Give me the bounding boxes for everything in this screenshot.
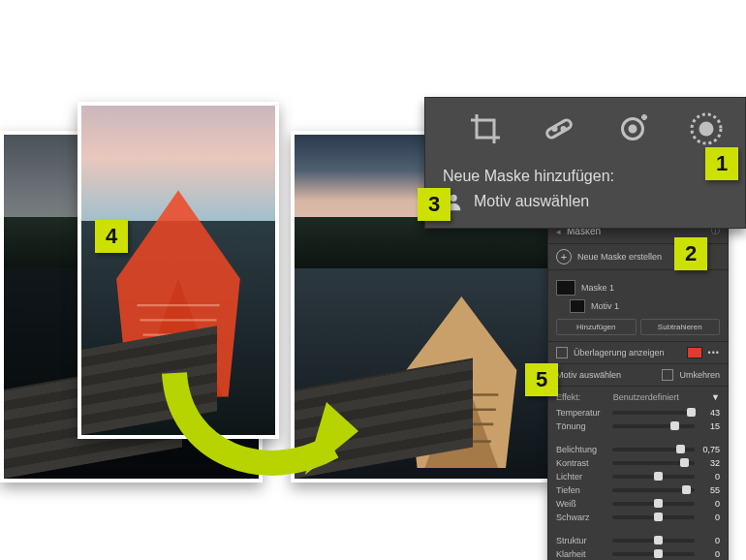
add-button[interactable]: Hinzufügen — [556, 319, 637, 335]
slider-weiß[interactable]: Weiß0 — [556, 499, 720, 509]
preset-dropdown[interactable]: ▼ — [711, 392, 720, 402]
slider-temperatur[interactable]: Temperatur43 — [556, 408, 720, 418]
effect-preset[interactable]: Benutzerdefiniert — [613, 392, 679, 402]
overlay-label: Überlagerung anzeigen — [574, 348, 681, 358]
slider-struktur[interactable]: Struktur0 — [556, 536, 720, 545]
masking-icon[interactable] — [689, 111, 724, 146]
mask-subitem-1[interactable]: Motiv 1 — [556, 299, 720, 313]
callout-3: 3 — [418, 188, 451, 221]
svg-point-18 — [699, 122, 714, 137]
slider-tiefen[interactable]: Tiefen55 — [556, 485, 720, 495]
svg-rect-10 — [545, 118, 573, 139]
svg-point-11 — [553, 128, 556, 131]
mask-item-1[interactable]: Maske 1 — [556, 280, 720, 296]
crop-icon[interactable] — [468, 111, 503, 146]
svg-point-12 — [562, 128, 565, 131]
slider-tönung[interactable]: Tönung15 — [556, 421, 720, 431]
overlay-checkbox[interactable] — [556, 347, 568, 358]
svg-point-14 — [630, 126, 636, 132]
callout-2: 2 — [674, 237, 707, 270]
svg-point-19 — [450, 195, 456, 202]
callout-1: 1 — [705, 147, 738, 180]
mask-toolbar: Neue Maske hinzufügen: Motiv auswählen — [424, 97, 746, 229]
select-subject-label: Motiv auswählen — [474, 193, 589, 210]
callout-4: 4 — [95, 220, 128, 253]
new-mask-title: Neue Maske hinzufügen: — [443, 168, 728, 185]
slider-belichtung[interactable]: Belichtung0,75 — [556, 445, 720, 454]
overlay-color-swatch[interactable] — [687, 347, 702, 358]
slider-lichter[interactable]: Lichter0 — [556, 472, 720, 482]
svg-marker-9 — [305, 402, 358, 475]
transition-arrow — [160, 363, 363, 493]
healing-icon[interactable] — [542, 111, 576, 146]
slider-kontrast[interactable]: Kontrast32 — [556, 458, 720, 468]
select-subject-option[interactable]: Motiv auswählen — [443, 191, 728, 212]
overlay-options[interactable]: ••• — [708, 348, 720, 358]
plus-icon: + — [556, 249, 572, 264]
subtract-button[interactable]: Subtrahieren — [640, 319, 721, 335]
select-motif-label: Motiv auswählen — [556, 370, 656, 380]
slider-schwarz[interactable]: Schwarz0 — [556, 513, 720, 522]
callout-5: 5 — [525, 363, 558, 396]
redeye-icon[interactable] — [615, 111, 650, 146]
invert-checkbox[interactable] — [662, 369, 673, 381]
slider-klarheit[interactable]: Klarheit0 — [556, 549, 720, 559]
